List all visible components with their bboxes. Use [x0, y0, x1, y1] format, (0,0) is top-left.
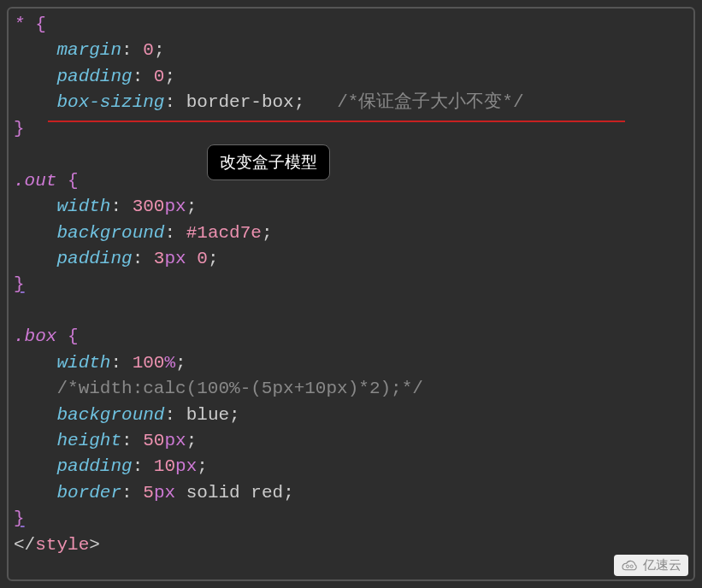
brace-close: }	[14, 274, 25, 294]
colon: :	[133, 456, 144, 476]
semicolon: ;	[283, 483, 294, 503]
brace-close: }	[14, 509, 25, 528]
semicolon: ;	[186, 431, 198, 450]
unit-px: px	[164, 431, 186, 450]
colon: :	[164, 92, 175, 112]
angle-bracket-open: <	[14, 535, 25, 555]
selector-universal: *	[14, 15, 25, 34]
semicolon: ;	[262, 223, 273, 243]
val-blue: blue	[186, 405, 229, 425]
val-solid-red: solid red	[186, 483, 283, 503]
colon: :	[110, 197, 121, 216]
prop-margin: margin	[56, 40, 121, 60]
colon: :	[133, 67, 144, 86]
colon: :	[133, 249, 144, 268]
semicolon: ;	[175, 353, 186, 373]
num-100: 100	[133, 353, 165, 373]
comment-box-sizing: /*保证盒子大小不变*/	[337, 92, 523, 112]
val-zero: 0	[154, 67, 165, 86]
selector-box: .box	[14, 326, 56, 346]
highlight-underline	[48, 121, 625, 122]
unit-px: px	[154, 483, 175, 503]
svg-point-1	[630, 565, 633, 567]
colon: :	[121, 431, 133, 450]
semicolon: ;	[197, 456, 208, 476]
num-10: 10	[154, 456, 175, 476]
semicolon: ;	[208, 249, 219, 268]
val-border-box: border-box	[186, 92, 294, 112]
colon: :	[164, 223, 175, 243]
semicolon: ;	[164, 67, 175, 86]
val-zero: 0	[143, 40, 154, 60]
prop-background: background	[56, 223, 164, 243]
prop-width: width	[56, 197, 110, 216]
semicolon: ;	[186, 197, 198, 216]
prop-background: background	[56, 405, 164, 425]
brace-close: }	[14, 119, 25, 138]
colon: :	[164, 405, 175, 425]
val-zero: 0	[197, 249, 208, 268]
selector-out: .out	[14, 171, 56, 191]
unit-percent: %	[164, 353, 175, 373]
prop-padding: padding	[56, 249, 132, 268]
num-5: 5	[143, 483, 154, 503]
annotation-callout: 改变盒子模型	[207, 144, 330, 180]
code-editor-frame: * { margin: 0; padding: 0; box-sizing: b…	[7, 7, 695, 581]
prop-padding: padding	[56, 67, 132, 86]
prop-box-sizing: box-sizing	[56, 92, 164, 112]
num-300: 300	[133, 197, 165, 216]
prop-padding: padding	[56, 456, 132, 476]
unit-px: px	[164, 249, 186, 268]
cloud-icon	[619, 559, 640, 573]
comment-calc: /*width:calc(100%-(5px+10px)*2);*/	[56, 379, 422, 398]
watermark-text: 亿速云	[643, 557, 681, 573]
tag-style: style	[35, 535, 89, 555]
num-3: 3	[154, 249, 165, 268]
brace-open: {	[68, 326, 79, 346]
prop-height: height	[56, 431, 121, 450]
unit-px: px	[164, 197, 186, 216]
prop-border: border	[56, 483, 121, 503]
slash: /	[25, 535, 36, 555]
watermark-badge: 亿速云	[614, 555, 688, 576]
unit-px: px	[175, 456, 197, 476]
colon: :	[121, 483, 133, 503]
semicolon: ;	[154, 40, 165, 60]
prop-width: width	[56, 353, 110, 373]
semicolon: ;	[229, 405, 240, 425]
semicolon: ;	[294, 92, 305, 112]
brace-open: {	[35, 15, 46, 34]
colon: :	[121, 40, 133, 60]
angle-bracket-close: >	[89, 535, 100, 555]
svg-point-0	[626, 565, 628, 567]
colon: :	[110, 353, 121, 373]
hex-1acd7e: #1acd7e	[186, 223, 262, 243]
brace-open: {	[68, 171, 79, 191]
css-code-block: * { margin: 0; padding: 0; box-sizing: b…	[14, 12, 688, 558]
num-50: 50	[143, 431, 164, 450]
